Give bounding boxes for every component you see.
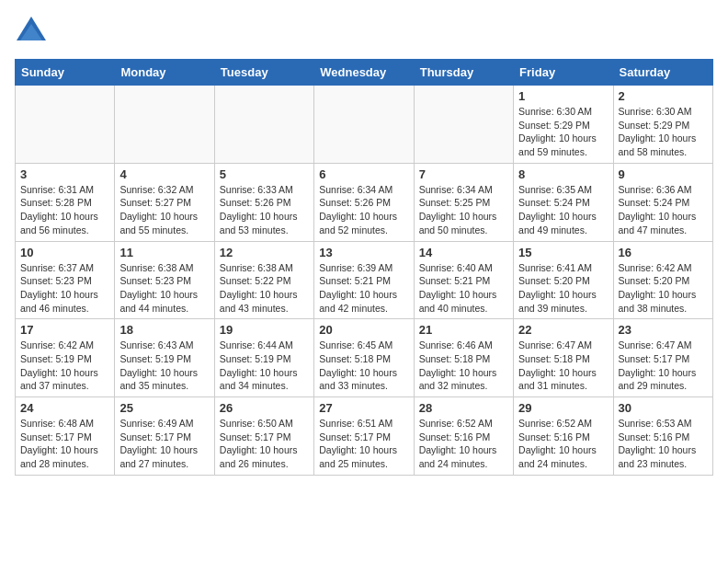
- calendar-cell: 24Sunrise: 6:48 AM Sunset: 5:17 PM Dayli…: [16, 397, 115, 476]
- calendar-cell: 27Sunrise: 6:51 AM Sunset: 5:17 PM Dayli…: [314, 397, 414, 476]
- day-info: Sunrise: 6:42 AM Sunset: 5:20 PM Dayligh…: [619, 261, 708, 316]
- calendar-cell: 23Sunrise: 6:47 AM Sunset: 5:17 PM Dayli…: [613, 319, 712, 397]
- day-info: Sunrise: 6:51 AM Sunset: 5:17 PM Dayligh…: [319, 417, 408, 471]
- day-number: 27: [319, 401, 408, 415]
- day-number: 19: [220, 323, 309, 337]
- calendar-cell: 19Sunrise: 6:44 AM Sunset: 5:19 PM Dayli…: [214, 319, 313, 397]
- calendar-cell: [414, 86, 513, 164]
- weekday-header-row: SundayMondayTuesdayWednesdayThursdayFrid…: [16, 60, 713, 86]
- calendar-cell: [115, 86, 214, 164]
- calendar-week-1: 1Sunrise: 6:30 AM Sunset: 5:29 PM Daylig…: [16, 86, 713, 164]
- day-info: Sunrise: 6:38 AM Sunset: 5:22 PM Dayligh…: [220, 261, 309, 316]
- calendar-cell: [214, 86, 313, 164]
- day-info: Sunrise: 6:30 AM Sunset: 5:29 PM Dayligh…: [518, 105, 608, 159]
- calendar-cell: 16Sunrise: 6:42 AM Sunset: 5:20 PM Dayli…: [613, 241, 712, 319]
- day-number: 10: [20, 246, 109, 259]
- day-number: 17: [20, 323, 109, 337]
- day-number: 8: [518, 167, 608, 181]
- day-number: 11: [119, 246, 209, 259]
- calendar-week-5: 24Sunrise: 6:48 AM Sunset: 5:17 PM Dayli…: [16, 397, 713, 476]
- calendar-cell: 20Sunrise: 6:45 AM Sunset: 5:18 PM Dayli…: [314, 319, 414, 397]
- day-info: Sunrise: 6:44 AM Sunset: 5:19 PM Dayligh…: [220, 339, 309, 393]
- day-info: Sunrise: 6:42 AM Sunset: 5:19 PM Dayligh…: [20, 339, 109, 393]
- calendar-cell: 7Sunrise: 6:34 AM Sunset: 5:25 PM Daylig…: [414, 163, 513, 241]
- day-info: Sunrise: 6:40 AM Sunset: 5:21 PM Dayligh…: [419, 261, 508, 316]
- day-number: 26: [220, 401, 309, 415]
- day-info: Sunrise: 6:43 AM Sunset: 5:19 PM Dayligh…: [119, 339, 209, 393]
- day-number: 14: [419, 246, 508, 259]
- day-info: Sunrise: 6:30 AM Sunset: 5:29 PM Dayligh…: [619, 105, 708, 159]
- day-number: 23: [619, 323, 708, 337]
- weekday-header-friday: Friday: [514, 60, 613, 86]
- calendar-cell: 15Sunrise: 6:41 AM Sunset: 5:20 PM Dayli…: [514, 241, 613, 319]
- logo-icon: [15, 15, 48, 48]
- day-number: 29: [518, 401, 608, 415]
- calendar-cell: 1Sunrise: 6:30 AM Sunset: 5:29 PM Daylig…: [514, 86, 613, 164]
- weekday-header-wednesday: Wednesday: [314, 60, 414, 86]
- calendar-cell: 29Sunrise: 6:52 AM Sunset: 5:16 PM Dayli…: [514, 397, 613, 476]
- calendar-cell: 5Sunrise: 6:33 AM Sunset: 5:26 PM Daylig…: [214, 163, 313, 241]
- day-number: 13: [319, 246, 408, 259]
- day-info: Sunrise: 6:31 AM Sunset: 5:28 PM Dayligh…: [20, 183, 109, 237]
- calendar-cell: 10Sunrise: 6:37 AM Sunset: 5:23 PM Dayli…: [16, 241, 115, 319]
- calendar-week-4: 17Sunrise: 6:42 AM Sunset: 5:19 PM Dayli…: [16, 319, 713, 397]
- day-number: 4: [119, 167, 209, 181]
- calendar-cell: 25Sunrise: 6:49 AM Sunset: 5:17 PM Dayli…: [115, 397, 214, 476]
- day-info: Sunrise: 6:53 AM Sunset: 5:16 PM Dayligh…: [619, 417, 708, 471]
- calendar-cell: 21Sunrise: 6:46 AM Sunset: 5:18 PM Dayli…: [414, 319, 513, 397]
- calendar-cell: 17Sunrise: 6:42 AM Sunset: 5:19 PM Dayli…: [16, 319, 115, 397]
- day-number: 18: [119, 323, 209, 337]
- day-number: 9: [619, 167, 708, 181]
- day-info: Sunrise: 6:47 AM Sunset: 5:18 PM Dayligh…: [518, 339, 608, 393]
- logo: [15, 15, 51, 48]
- calendar-cell: 14Sunrise: 6:40 AM Sunset: 5:21 PM Dayli…: [414, 241, 513, 319]
- day-info: Sunrise: 6:45 AM Sunset: 5:18 PM Dayligh…: [319, 339, 408, 393]
- day-number: 15: [518, 246, 608, 259]
- day-number: 6: [319, 167, 408, 181]
- calendar-cell: 18Sunrise: 6:43 AM Sunset: 5:19 PM Dayli…: [115, 319, 214, 397]
- day-number: 2: [619, 89, 708, 103]
- day-number: 3: [20, 167, 109, 181]
- calendar-cell: 8Sunrise: 6:35 AM Sunset: 5:24 PM Daylig…: [514, 163, 613, 241]
- calendar: SundayMondayTuesdayWednesdayThursdayFrid…: [15, 59, 713, 476]
- day-info: Sunrise: 6:46 AM Sunset: 5:18 PM Dayligh…: [419, 339, 508, 393]
- day-info: Sunrise: 6:38 AM Sunset: 5:23 PM Dayligh…: [119, 261, 209, 316]
- calendar-cell: 3Sunrise: 6:31 AM Sunset: 5:28 PM Daylig…: [16, 163, 115, 241]
- day-info: Sunrise: 6:52 AM Sunset: 5:16 PM Dayligh…: [419, 417, 508, 471]
- calendar-week-2: 3Sunrise: 6:31 AM Sunset: 5:28 PM Daylig…: [16, 163, 713, 241]
- calendar-cell: 26Sunrise: 6:50 AM Sunset: 5:17 PM Dayli…: [214, 397, 313, 476]
- day-info: Sunrise: 6:34 AM Sunset: 5:26 PM Dayligh…: [319, 183, 408, 237]
- day-number: 7: [419, 167, 508, 181]
- calendar-cell: 6Sunrise: 6:34 AM Sunset: 5:26 PM Daylig…: [314, 163, 414, 241]
- calendar-cell: 13Sunrise: 6:39 AM Sunset: 5:21 PM Dayli…: [314, 241, 414, 319]
- day-number: 25: [119, 401, 209, 415]
- day-info: Sunrise: 6:36 AM Sunset: 5:24 PM Dayligh…: [619, 183, 708, 237]
- day-number: 28: [419, 401, 508, 415]
- day-number: 16: [619, 246, 708, 259]
- weekday-header-tuesday: Tuesday: [214, 60, 313, 86]
- day-info: Sunrise: 6:41 AM Sunset: 5:20 PM Dayligh…: [518, 261, 608, 316]
- calendar-week-3: 10Sunrise: 6:37 AM Sunset: 5:23 PM Dayli…: [16, 241, 713, 319]
- day-info: Sunrise: 6:34 AM Sunset: 5:25 PM Dayligh…: [419, 183, 508, 237]
- day-number: 21: [419, 323, 508, 337]
- weekday-header-thursday: Thursday: [414, 60, 513, 86]
- day-info: Sunrise: 6:37 AM Sunset: 5:23 PM Dayligh…: [20, 261, 109, 316]
- calendar-cell: 30Sunrise: 6:53 AM Sunset: 5:16 PM Dayli…: [613, 397, 712, 476]
- calendar-cell: 4Sunrise: 6:32 AM Sunset: 5:27 PM Daylig…: [115, 163, 214, 241]
- day-info: Sunrise: 6:48 AM Sunset: 5:17 PM Dayligh…: [20, 417, 109, 471]
- day-number: 30: [619, 401, 708, 415]
- header: [15, 15, 713, 48]
- weekday-header-monday: Monday: [115, 60, 214, 86]
- weekday-header-saturday: Saturday: [613, 60, 712, 86]
- day-info: Sunrise: 6:39 AM Sunset: 5:21 PM Dayligh…: [319, 261, 408, 316]
- day-number: 1: [518, 89, 608, 103]
- day-info: Sunrise: 6:33 AM Sunset: 5:26 PM Dayligh…: [220, 183, 309, 237]
- calendar-cell: 28Sunrise: 6:52 AM Sunset: 5:16 PM Dayli…: [414, 397, 513, 476]
- day-info: Sunrise: 6:50 AM Sunset: 5:17 PM Dayligh…: [220, 417, 309, 471]
- day-number: 24: [20, 401, 109, 415]
- weekday-header-sunday: Sunday: [16, 60, 115, 86]
- calendar-cell: 11Sunrise: 6:38 AM Sunset: 5:23 PM Dayli…: [115, 241, 214, 319]
- day-info: Sunrise: 6:32 AM Sunset: 5:27 PM Dayligh…: [119, 183, 209, 237]
- calendar-cell: 9Sunrise: 6:36 AM Sunset: 5:24 PM Daylig…: [613, 163, 712, 241]
- day-number: 22: [518, 323, 608, 337]
